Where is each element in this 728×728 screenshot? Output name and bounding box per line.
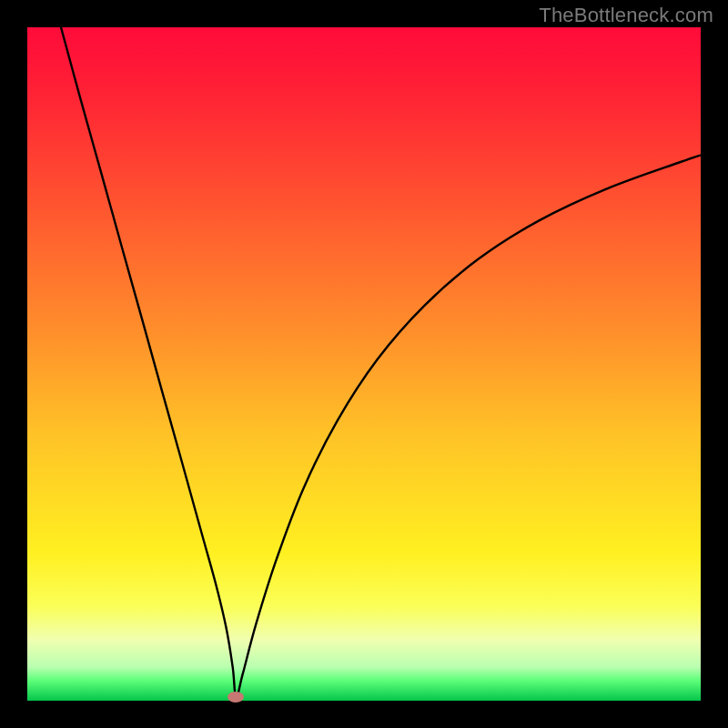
plot-area [27,27,701,701]
watermark-label: TheBottleneck.com [539,4,713,27]
chart-frame: TheBottleneck.com [0,0,728,728]
curve-svg [27,27,701,701]
optimal-point-marker [228,692,244,703]
bottleneck-curve [61,27,701,697]
